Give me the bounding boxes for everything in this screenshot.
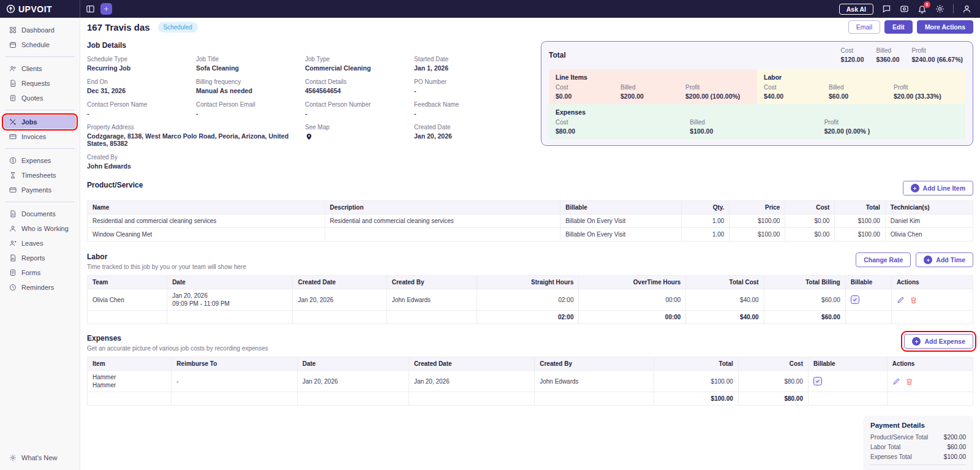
total-title: Total [549,51,566,59]
total-profit: Profit$240.00 (66.67%) [912,47,963,63]
labor-section: Labor Time tracked to this job by you or… [87,252,973,324]
sidebar-item-jobs[interactable]: Jobs [4,115,76,129]
sidebar-item-invoices[interactable]: Invoices [4,130,76,143]
jobs-tools-icon [9,118,17,126]
field-feedback-name: Feedback Name- [414,101,523,117]
notifications-button[interactable]: 5 [918,4,927,13]
labor-subtitle: Time tracked to this job by you or your … [87,263,246,270]
labor-title: Labor [87,252,246,261]
sidebar-item-forms[interactable]: Forms [4,266,76,279]
sidebar-item-payments[interactable]: Payments [4,183,76,197]
table-row: HammerHammer - Jan 20, 2026 Jan 20, 2026… [88,371,973,392]
user-profile-icon[interactable] [962,4,971,13]
product-service-title: Product/Service [87,181,143,189]
sidebar-item-schedule[interactable]: Schedule [4,38,76,51]
upvoit-logo-icon [6,4,15,13]
payment-row: Product/Service Total$200.00 [870,434,966,441]
sidebar-item-timesheets[interactable]: Timesheets [4,169,76,182]
logo-text: UPVOIT [18,4,52,14]
change-rate-button[interactable]: Change Rate [856,252,911,267]
quotes-icon [9,94,17,102]
sidebar-item-who-is-working[interactable]: Who is Working [4,222,76,235]
billable-checkbox[interactable] [851,295,859,304]
main-content: 167 Travis das Scheduled Email Edit More… [80,18,980,470]
add-line-item-button[interactable]: Add Line Item [903,181,973,195]
sidebar-divider [5,148,75,149]
delete-trash-icon[interactable] [905,377,913,385]
quick-add-button[interactable] [100,3,112,15]
payment-divider [870,464,966,465]
sidebar-item-documents[interactable]: Documents [4,207,76,221]
sidebar-item-requests[interactable]: Requests [4,77,76,90]
sidebar-item-clients[interactable]: Clients [4,62,76,75]
edit-pencil-icon[interactable] [892,377,900,385]
hourglass-icon [9,172,17,179]
plus-icon [924,256,932,264]
payment-details-title: Payment Details [870,422,966,429]
total-summary-panel: Total Cost$120.00 Billed$360.00 Profit$2… [541,41,973,146]
field-contact-person-number: Contact Person Number- [305,101,414,117]
expenses-totals-row: $100.00 $80.00 [88,392,973,406]
page-title: 167 Travis das [87,22,150,32]
sidebar-item-whats-new[interactable]: What's New [4,451,76,464]
sidebar-item-expenses[interactable]: Expenses [4,154,76,167]
sidebar-item-label: Jobs [21,118,37,126]
edit-pencil-icon[interactable] [897,296,905,304]
check-icon [852,297,858,303]
field-end-on: End OnDec 31, 2026 [87,78,196,94]
sidebar-item-leaves[interactable]: Leaves [4,237,76,250]
total-cost: Cost$120.00 [841,47,864,63]
dashboard-icon [9,26,17,34]
plus-icon [103,6,110,12]
sidebar-divider [5,110,75,110]
table-header-row: Item Reimburse To Date Created Date Crea… [88,357,973,371]
notification-badge: 5 [924,1,930,8]
delete-trash-icon[interactable] [910,296,918,304]
clients-icon [9,65,17,72]
payment-row: Expenses Total$100.00 [870,453,966,460]
add-time-button[interactable]: Add Time [916,252,973,267]
expenses-title: Expenses [87,334,268,343]
table-row: Olivia Chen Jan 20, 202609:09 PM - 11:09… [88,289,973,311]
invoices-icon [9,133,17,140]
labor-table: Team Date Created Date Created By Straig… [87,275,973,324]
labor-date-cell: Jan 20, 202609:09 PM - 11:09 PM [167,289,293,311]
expenses-table: Item Reimburse To Date Created Date Crea… [87,357,973,406]
sidebar-item-reports[interactable]: Reports [4,251,76,265]
sidebar-item-label: Invoices [21,133,46,140]
screen-record-icon[interactable] [900,4,909,13]
requests-icon [9,80,17,87]
table-header-row: Name Description Billable Qty. Price Cos… [88,201,973,214]
sidebar-item-dashboard[interactable]: Dashboard [4,23,76,37]
top-bar: UPVOIT Ask AI 5 [0,0,980,18]
map-pin-icon[interactable] [305,132,313,140]
gear-icon[interactable] [935,4,944,13]
line-items-card: Line Items Cost$0.00 Billed$200.00 Profi… [549,69,757,104]
sidebar-item-label: Dashboard [21,26,55,34]
add-expense-button[interactable]: Add Expense [904,334,973,349]
reports-icon [9,254,17,262]
sidebar-item-quotes[interactable]: Quotes [4,91,76,105]
app-logo: UPVOIT [0,0,80,18]
who-is-working-icon [9,225,17,232]
edit-button[interactable]: Edit [884,20,913,34]
sidebar-item-reminders[interactable]: Reminders [4,281,76,294]
ask-ai-button[interactable]: Ask AI [839,4,873,15]
chat-icon[interactable] [882,4,891,13]
sidebar-item-label: Forms [21,269,40,276]
sidebar-item-label: Timesheets [21,172,56,179]
status-badge: Scheduled [158,22,198,32]
job-details-section: Job Details Schedule TypeRecurring Job J… [87,41,533,170]
sidebar-item-label: Expenses [21,157,51,164]
more-actions-button[interactable]: More Actions [917,20,973,34]
field-contact-details: Contact Details4564564654 [305,78,414,94]
expenses-icon [9,157,17,164]
check-icon [815,378,821,384]
table-row: Residential and commercial cleaning serv… [88,214,973,228]
sidebar-item-label: Reminders [21,284,54,291]
payment-details-panel: Payment Details Product/Service Total$20… [863,415,973,470]
billable-checkbox[interactable] [813,377,822,385]
sidebar-toggle-icon[interactable] [86,4,95,13]
email-button[interactable]: Email [848,20,880,34]
field-created-by: Created ByJohn Edwards [87,154,196,170]
